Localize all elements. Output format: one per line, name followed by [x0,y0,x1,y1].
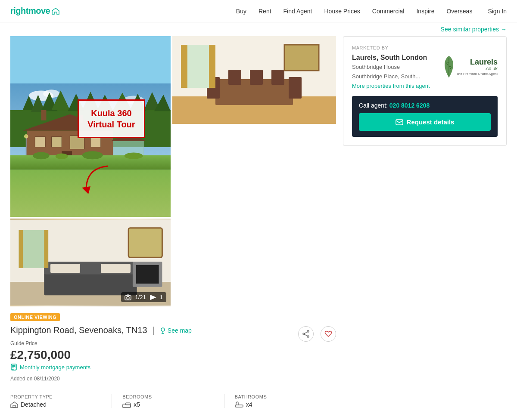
house-icon [10,401,18,408]
added-date: Added on 08/11/2020 [10,376,192,382]
envelope-icon [396,119,403,125]
share-button[interactable] [298,326,314,342]
main-container: Kuula 360Virtual Tour [0,36,517,420]
online-viewing-badge: ONLINE VIEWING [10,313,60,321]
home-icon [52,8,59,15]
image-grid: Kuula 360Virtual Tour [10,36,336,306]
svg-rect-132 [396,120,403,125]
logo-text: rightmove [10,6,50,16]
agent-info: Laurels, South London Southbridge House … [352,54,430,89]
property-specs: PROPERTY TYPE Detached BEDROOMS [10,387,336,415]
svg-rect-81 [123,404,131,408]
kuula-overlay[interactable]: Kuula 360Virtual Tour [78,99,145,138]
left-column: Kuula 360Virtual Tour [10,36,336,420]
svg-point-2 [43,90,59,98]
mortgage-link[interactable]: Monthly mortgage payments [10,364,192,371]
nav-find-agent[interactable]: Find Agent [283,8,312,15]
svg-point-70 [13,368,14,368]
svg-rect-43 [271,70,284,85]
bath-icon [235,401,243,408]
agent-address-line1: Southbridge House [352,63,430,71]
svg-rect-59 [136,265,159,284]
action-row [298,326,336,342]
save-button[interactable] [321,326,336,342]
svg-point-74 [15,369,16,370]
svg-rect-85 [235,405,243,407]
main-property-image[interactable]: Kuula 360Virtual Tour [10,36,171,217]
phone-number: 020 8012 6208 [389,102,430,109]
svg-point-76 [307,336,309,337]
svg-point-77 [303,333,305,335]
nav-inspire[interactable]: Inspire [416,8,434,15]
see-map-link[interactable]: See map [160,327,192,334]
nav-rent[interactable]: Rent [258,8,271,15]
thumbnail-bedroom[interactable]: 1/21 1 [10,219,171,306]
calculator-icon [10,364,17,371]
spec-property-type: PROPERTY TYPE Detached [10,394,112,408]
svg-point-31 [56,153,68,159]
nav-sign-in[interactable]: Sign In [488,8,507,15]
thumbnail-dining-room[interactable] [172,36,336,124]
similar-properties-link[interactable]: See similar properties → [441,26,507,33]
svg-rect-56 [19,230,23,268]
thumb1-svg [172,36,336,124]
kuula-title: Kuula 360Virtual Tour [87,108,135,130]
svg-point-69 [12,368,13,368]
agent-info-row: Laurels, South London Southbridge House … [352,54,498,89]
agent-name: Laurels, South London [352,54,430,62]
nav-links: Buy Rent Find Agent House Prices Commerc… [236,8,507,15]
svg-rect-47 [284,45,319,71]
svg-rect-46 [209,45,215,88]
svg-rect-53 [50,264,80,273]
agent-logo: Laurels .co.uk The Premium Online Agent [442,54,498,80]
call-section: Call agent: 020 8012 6208 Request detail… [352,96,498,137]
svg-point-33 [125,153,143,159]
laurels-leaf-icon [442,54,455,80]
right-column: MARKETED BY Laurels, South London Southb… [343,36,507,420]
agent-address-line2: Southbridge Place, South... [352,73,430,80]
nav-overseas[interactable]: Overseas [446,8,472,15]
svg-rect-19 [51,137,62,147]
svg-point-72 [12,369,13,370]
svg-point-65 [161,328,165,331]
navbar: rightmove Buy Rent Find Agent House Pric… [0,0,517,22]
guide-price: £2,750,000 [10,348,192,362]
nav-commercial[interactable]: Commercial [372,8,405,15]
svg-line-79 [305,334,307,336]
svg-point-28 [24,134,28,139]
svg-rect-55 [19,230,49,268]
arrow-icon: → [501,26,507,33]
logo[interactable]: rightmove [10,6,59,16]
more-properties-link[interactable]: More properties from this agent [352,83,430,89]
svg-rect-41 [228,70,241,85]
nav-house-prices[interactable]: House Prices [324,8,360,15]
call-text: Call agent: 020 8012 6208 [359,102,491,109]
nav-buy[interactable]: Buy [236,8,246,15]
svg-line-78 [305,332,307,334]
share-icon [302,330,310,338]
svg-point-71 [15,368,16,368]
similar-bar: See similar properties → [0,22,517,36]
request-details-button[interactable]: Request details [359,113,491,131]
laurels-tagline: The Premium Online Agent [456,72,498,76]
svg-marker-64 [150,295,156,300]
svg-rect-25 [41,110,47,120]
spec-bathrooms: BATHROOMS x4 [224,394,336,408]
agent-card: MARKETED BY Laurels, South London Southb… [343,36,507,146]
svg-rect-60 [128,228,162,258]
marketed-by-label: MARKETED BY [352,45,498,50]
svg-rect-42 [250,70,263,85]
laurels-name: Laurels [456,58,498,66]
svg-rect-21 [90,137,101,147]
svg-point-32 [82,151,103,159]
svg-point-62 [127,296,129,299]
property-details: ONLINE VIEWING Kippington Road, Sevenoak… [10,306,336,420]
svg-point-75 [307,330,309,332]
bed-icon [122,401,131,408]
svg-rect-40 [289,77,302,99]
svg-rect-18 [35,137,45,147]
heart-icon [324,330,332,338]
video-icon [149,294,156,300]
svg-rect-45 [181,45,187,88]
laurels-domain: .co.uk [456,66,498,71]
